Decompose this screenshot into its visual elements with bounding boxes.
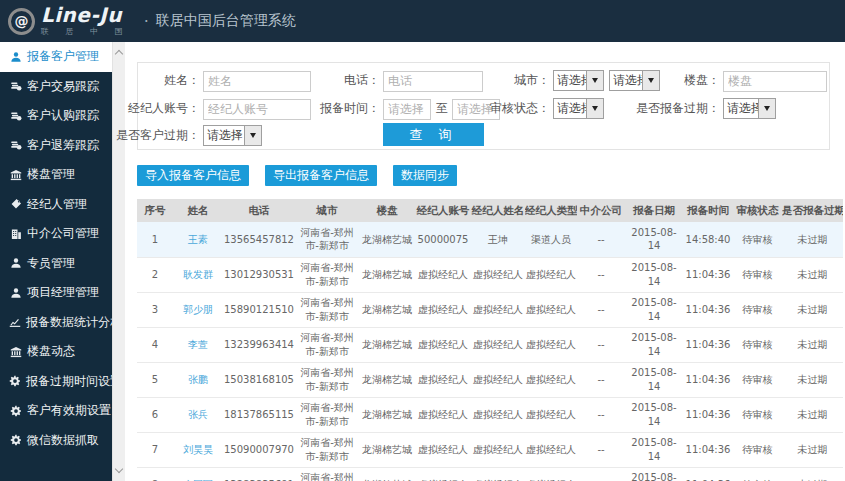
sidebar-item[interactable]: 报备数据统计分析 xyxy=(0,308,112,338)
cell-seq: 8 xyxy=(137,467,173,481)
export-customers-button[interactable]: 导出报备客户信息 xyxy=(265,165,377,186)
sidebar-item[interactable]: 客户认购跟踪 xyxy=(0,101,112,131)
customer-name-link[interactable]: 郭少朋 xyxy=(183,304,213,315)
cell-report-date: 2015-08-14 xyxy=(625,397,683,432)
cell-report-date: 2015-08-14 xyxy=(625,327,683,362)
gear-icon xyxy=(9,434,22,447)
agent-account-filter-input[interactable] xyxy=(203,99,311,120)
system-title: 联居中国后台管理系统 xyxy=(156,12,296,30)
report-time-start-input[interactable] xyxy=(383,99,431,120)
chevron-down-icon xyxy=(586,71,603,90)
cell-building: 龙湖棉艺城 xyxy=(359,362,415,397)
sidebar-scrollbar[interactable] xyxy=(112,42,125,481)
cell-city: 河南省-郑州市-新郑市 xyxy=(295,257,359,292)
report-expired-filter-label: 是否报备过期： xyxy=(636,98,720,119)
sidebar-item[interactable]: 楼盘动态 xyxy=(0,337,112,367)
name-filter-input[interactable] xyxy=(203,71,311,92)
cell-audit-status: 待审核 xyxy=(733,222,782,257)
cell-city: 河南省-郑州市-新郑市 xyxy=(295,467,359,481)
chevron-down-icon xyxy=(586,99,603,118)
cell-agent-name: 虚拟经纪人 xyxy=(471,432,525,467)
cell-audit-status: 待审核 xyxy=(733,397,782,432)
cell-report-time: 11:04:36 xyxy=(683,327,733,362)
cell-report-expired: 未过期 xyxy=(782,257,843,292)
cell-name: 耿发群 xyxy=(173,257,223,292)
customer-name-link[interactable]: 张鹏 xyxy=(188,374,208,385)
customer-name-link[interactable]: 耿发群 xyxy=(183,269,213,280)
search-button[interactable]: 查 询 xyxy=(383,123,484,146)
cell-building: 龙湖棉艺城 xyxy=(359,397,415,432)
cell-building: 龙湖棉艺城 xyxy=(359,432,415,467)
cell-building: 龙湖棉艺城 xyxy=(359,292,415,327)
table-actions: 导入报备客户信息 导出报备客户信息 数据同步 xyxy=(137,165,845,186)
cell-agent-type: 虚拟经纪人 xyxy=(525,467,577,481)
cell-agent-type: 虚拟经纪人 xyxy=(525,397,577,432)
phone-filter-input[interactable] xyxy=(383,71,483,92)
phone-filter-label: 电话： xyxy=(344,70,380,91)
cell-name: 张兵 xyxy=(173,397,223,432)
cell-agent-account: 50000075 xyxy=(415,222,471,257)
cell-agent-name: 虚拟经纪人 xyxy=(471,327,525,362)
cell-seq: 4 xyxy=(137,327,173,362)
cell-agency: -- xyxy=(577,327,625,362)
city-filter-label: 城市： xyxy=(514,70,550,91)
data-sync-button[interactable]: 数据同步 xyxy=(393,165,457,186)
sidebar-item[interactable]: 专员管理 xyxy=(0,249,112,279)
scroll-down-icon[interactable] xyxy=(115,465,123,473)
scroll-up-icon[interactable] xyxy=(115,50,123,58)
building-filter-input[interactable] xyxy=(723,71,827,92)
sidebar-item[interactable]: 项目经理管理 xyxy=(0,278,112,308)
cell-report-date: 2015-08-14 xyxy=(625,292,683,327)
cell-agent-type: 虚拟经纪人 xyxy=(525,292,577,327)
sidebar-item[interactable]: 客户退筹跟踪 xyxy=(0,131,112,161)
customer-name-link[interactable]: 刘昊昊 xyxy=(183,444,213,455)
column-header: 中介公司 xyxy=(577,199,625,222)
column-header: 楼盘 xyxy=(359,199,415,222)
cell-report-expired: 未过期 xyxy=(782,292,843,327)
sidebar-item[interactable]: 客户交易跟踪 xyxy=(0,72,112,102)
cell-city: 河南省-郑州市-新郑市 xyxy=(295,397,359,432)
cell-report-time: 11:04:36 xyxy=(683,362,733,397)
import-customers-button[interactable]: 导入报备客户信息 xyxy=(137,165,249,186)
tag-icon xyxy=(9,198,22,211)
name-filter-label: 姓名： xyxy=(164,70,200,91)
cell-seq: 5 xyxy=(137,362,173,397)
cell-phone: 13565457812 xyxy=(223,222,295,257)
city-district-select[interactable]: 请选择 xyxy=(609,70,660,91)
sidebar-item[interactable]: 经纪人管理 xyxy=(0,190,112,220)
audit-status-select[interactable]: 请选择 xyxy=(553,98,604,119)
cell-report-date: 2015-08-14 xyxy=(625,257,683,292)
report-expired-select[interactable]: 请选择 xyxy=(723,98,776,119)
sidebar-item[interactable]: 楼盘管理 xyxy=(0,160,112,190)
sidebar-item[interactable]: 报备客户管理 xyxy=(0,42,112,72)
customer-name-link[interactable]: 王素 xyxy=(188,234,208,245)
sidebar-item[interactable]: 客户有效期设置 xyxy=(0,396,112,426)
app-window: @ Line-Ju 联 居 中 国 · 联居中国后台管理系统 报备客户管理 客户… xyxy=(0,0,845,481)
cell-report-expired: 未过期 xyxy=(782,397,843,432)
sidebar-item[interactable]: 报备过期时间设置 xyxy=(0,367,112,397)
cell-report-expired: 未过期 xyxy=(782,222,843,257)
brand-name: Line-Ju xyxy=(41,5,130,25)
column-header: 经纪人账号 xyxy=(415,199,471,222)
sidebar-item[interactable]: 微信数据抓取 xyxy=(0,426,112,456)
column-header: 序号 xyxy=(137,199,173,222)
customer-name-link[interactable]: 李萱 xyxy=(188,339,208,350)
cell-phone: 15890121510 xyxy=(223,292,295,327)
table-row: 5 张鹏 15038168105 河南省-郑州市-新郑市 龙湖棉艺城 虚拟经纪人… xyxy=(137,362,843,397)
app-header: @ Line-Ju 联 居 中 国 · 联居中国后台管理系统 xyxy=(0,0,845,42)
cell-agent-account: 虚拟经纪人 xyxy=(415,362,471,397)
cell-building: 龙湖棉艺城 xyxy=(359,467,415,481)
cell-building: 龙湖棉艺城 xyxy=(359,222,415,257)
customer-name-link[interactable]: 张兵 xyxy=(188,409,208,420)
sidebar-item[interactable]: 中介公司管理 xyxy=(0,219,112,249)
table-row: 1 王素 13565457812 河南省-郑州市-新郑市 龙湖棉艺城 50000… xyxy=(137,222,843,257)
table-row: 8 宋国军 13283835691 河南省-郑州市-新郑市 龙湖棉艺城 虚拟经纪… xyxy=(137,467,843,481)
customer-expired-select[interactable]: 请选择 xyxy=(203,125,262,146)
cell-report-date: 2015-08-14 xyxy=(625,362,683,397)
cell-report-expired: 未过期 xyxy=(782,362,843,397)
cell-seq: 3 xyxy=(137,292,173,327)
city-province-select[interactable]: 请选择 xyxy=(553,70,604,91)
cell-phone: 15090007970 xyxy=(223,432,295,467)
bank-icon xyxy=(9,345,22,358)
cell-city: 河南省-郑州市-新郑市 xyxy=(295,327,359,362)
